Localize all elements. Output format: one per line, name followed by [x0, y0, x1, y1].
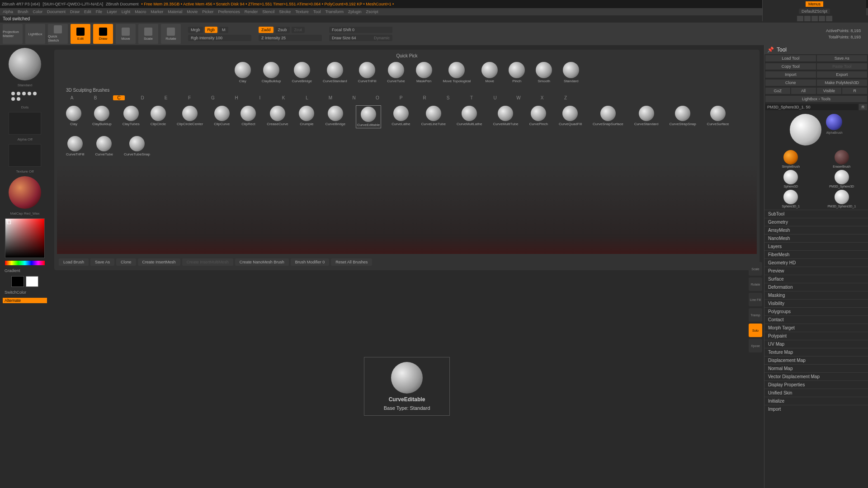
brush-preview[interactable] — [9, 48, 41, 80]
brush-clipcurve[interactable]: ClipCurve — [214, 106, 230, 128]
brush-curvestrapsnap[interactable]: CurveStrapSnap — [669, 106, 696, 128]
quickpick-claybuildup[interactable]: ClayBuildup — [262, 62, 281, 83]
texture-slot[interactable] — [9, 144, 41, 167]
menu-stroke[interactable]: Stroke — [279, 9, 291, 14]
filter-C[interactable]: C — [113, 95, 125, 100]
tool-item-3[interactable]: PM3D_Sphere3D — [817, 170, 867, 188]
menu-document[interactable]: Document — [47, 9, 66, 14]
accordion-display-properties[interactable]: Display Properties — [764, 380, 868, 389]
quickpick-curvetrifill[interactable]: CurveTriFill — [358, 62, 377, 83]
tool-btn-r[interactable]: R — [842, 88, 867, 94]
brush-creasecurve[interactable]: CreaseCurve — [267, 106, 288, 128]
draw-size-slider[interactable]: Draw Size 64Dynamic — [329, 35, 392, 41]
menu-file[interactable]: File — [96, 9, 103, 14]
filter-Z[interactable]: Z — [560, 95, 571, 100]
filter-S[interactable]: S — [442, 95, 454, 100]
rotate-button[interactable]: Rotate — [161, 24, 181, 44]
menu-tool[interactable]: Tool — [313, 9, 321, 14]
filter-L[interactable]: L — [301, 95, 313, 100]
tool-btn-copy-tool[interactable]: Copy Tool — [765, 63, 816, 70]
zadd-toggle[interactable]: Zadd — [259, 27, 274, 33]
menu-material[interactable]: Material — [168, 9, 182, 14]
tool-btn-goz[interactable]: GoZ — [765, 88, 790, 94]
tool-item-5[interactable]: PM3D_Sphere3D_1 — [817, 190, 867, 208]
brush-claytubes[interactable]: ClayTubes — [123, 106, 140, 128]
viewport-line fill[interactable]: Line Fill — [749, 293, 762, 306]
brush-curvestandard[interactable]: CurveStandard — [634, 106, 659, 128]
menu-edit[interactable]: Edit — [84, 9, 91, 14]
tool-btn-visible[interactable]: Visible — [817, 88, 842, 94]
material-preview[interactable] — [9, 176, 41, 209]
edit-button[interactable]: Edit — [71, 24, 90, 44]
menu-transform[interactable]: Transform — [325, 9, 344, 14]
quicksketch-button[interactable]: Quick Sketch — [48, 24, 68, 44]
filter-P[interactable]: P — [395, 95, 407, 100]
accordion-masking[interactable]: Masking — [764, 291, 868, 299]
filter-I[interactable]: I — [254, 95, 266, 100]
menu-color[interactable]: Color — [33, 9, 43, 14]
accordion-import[interactable]: Import — [764, 405, 868, 413]
rgb-toggle[interactable]: Rgb — [205, 27, 218, 33]
palette-btn-0[interactable]: Load Brush — [59, 258, 89, 266]
brush-curvepinch[interactable]: CurvePinch — [529, 106, 548, 128]
z-intensity-slider[interactable]: Z Intensity 25 — [259, 35, 322, 41]
accordion-unified-skin[interactable]: Unified Skin — [764, 389, 868, 397]
r-button[interactable]: R — [859, 104, 867, 110]
accordion-visibility[interactable]: Visibility — [764, 299, 868, 307]
focal-shift-slider[interactable]: Focal Shift 0 — [329, 27, 392, 33]
accordion-geometry-hd[interactable]: Geometry HD — [764, 258, 868, 267]
tool-btn-import[interactable]: Import — [765, 71, 816, 78]
quickpick-curvetube[interactable]: CurveTube — [387, 62, 405, 83]
filter-G[interactable]: G — [207, 95, 219, 100]
tool-btn-paste-tool[interactable]: Paste Tool — [817, 63, 868, 70]
rgb-intensity-slider[interactable]: Rgb Intensity 100 — [188, 35, 251, 41]
filter-U[interactable]: U — [489, 95, 501, 100]
accordion-nanomesh[interactable]: NanoMesh — [764, 234, 868, 242]
accordion-fibermesh[interactable]: FiberMesh — [764, 250, 868, 258]
accordion-initialize[interactable]: Initialize — [764, 397, 868, 405]
tool-preview-alpha[interactable] — [826, 114, 842, 130]
palette-btn-2[interactable]: Clone — [116, 258, 136, 266]
palette-btn-7[interactable]: Reset All Brushes — [331, 258, 372, 266]
filter-A[interactable]: A — [66, 95, 78, 100]
filter-F[interactable]: F — [184, 95, 195, 100]
pin-icon[interactable]: 📌 — [767, 47, 774, 53]
menu-stencil[interactable]: Stencil — [262, 9, 274, 14]
brush-curvelathe[interactable]: CurveLathe — [392, 106, 410, 128]
brush-curvemultlathe[interactable]: CurveMultLathe — [457, 106, 482, 128]
projection-master-button[interactable]: Projection Master — [3, 24, 23, 44]
accordion-layers[interactable]: Layers — [764, 242, 868, 250]
palette-btn-1[interactable]: Save As — [90, 258, 114, 266]
tool-preview-large[interactable] — [790, 114, 821, 145]
quickpick-smooth[interactable]: Smooth — [536, 62, 552, 83]
menu-layer[interactable]: Layer — [107, 9, 117, 14]
menu-draw[interactable]: Draw — [70, 9, 80, 14]
brush-curvesnapsurface[interactable]: CurveSnapSurface — [593, 106, 623, 128]
filter-T[interactable]: T — [466, 95, 477, 100]
menu-render[interactable]: Render — [245, 9, 258, 14]
accordion-polypaint[interactable]: Polypaint — [764, 332, 868, 340]
viewport-rotate[interactable]: Rotate — [749, 277, 762, 291]
brush-curvequadfill[interactable]: CurveQuadFill — [559, 106, 582, 128]
brush-claybuildup[interactable]: ClayBuildup — [92, 106, 112, 128]
quickpick-maskpen[interactable]: MaskPen — [416, 62, 432, 83]
brush-curvetube[interactable]: CurveTube — [95, 136, 113, 156]
menu-brush[interactable]: Brush — [18, 9, 28, 14]
primary-color[interactable] — [26, 276, 38, 287]
accordion-polygroups[interactable]: Polygroups — [764, 307, 868, 315]
accordion-normal-map[interactable]: Normal Map — [764, 364, 868, 372]
menus-toggle[interactable]: Menus — [806, 1, 823, 7]
brush-curveeditable[interactable]: CurveEditable — [356, 106, 381, 128]
filter-M[interactable]: M — [325, 95, 336, 100]
brush-curvetubesnap[interactable]: CurveTubeSnap — [124, 136, 150, 156]
accordion-preview[interactable]: Preview — [764, 267, 868, 275]
draw-button[interactable]: Draw — [93, 24, 113, 44]
menu-texture[interactable]: Texture — [295, 9, 309, 14]
color-picker[interactable] — [5, 218, 45, 258]
secondary-color[interactable] — [11, 276, 24, 287]
brush-curvesurface[interactable]: CurveSurface — [707, 106, 729, 128]
filter-N[interactable]: N — [348, 95, 360, 100]
accordion-deformation[interactable]: Deformation — [764, 283, 868, 291]
accordion-contact[interactable]: Contact — [764, 315, 868, 324]
accordion-geometry[interactable]: Geometry — [764, 218, 868, 226]
